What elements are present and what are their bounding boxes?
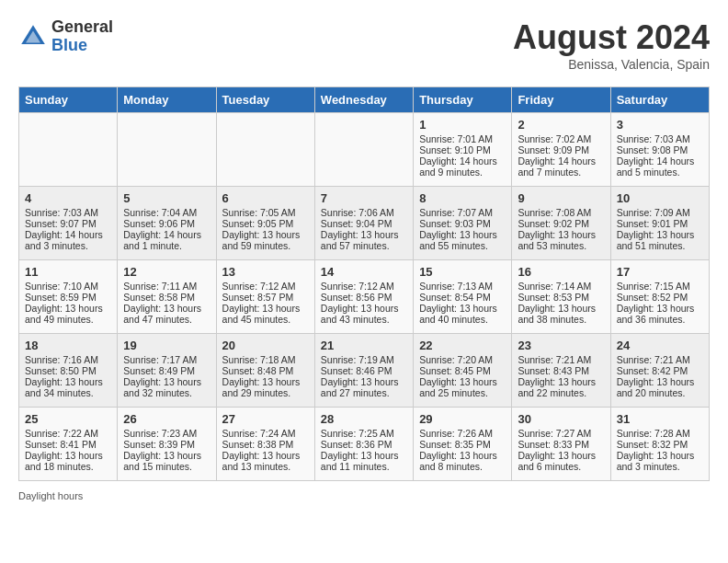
day-number: 22	[419, 339, 506, 352]
calendar-day-cell: 2Sunrise: 7:02 AMSunset: 9:09 PMDaylight…	[512, 113, 610, 187]
daylight-text: Daylight: 14 hours and 9 minutes.	[419, 155, 506, 178]
calendar-day-cell: 28Sunrise: 7:25 AMSunset: 8:36 PMDayligh…	[314, 408, 413, 481]
logo: General Blue	[18, 18, 113, 55]
sunset-text: Sunset: 8:42 PM	[617, 365, 703, 376]
calendar-day-cell: 11Sunrise: 7:10 AMSunset: 8:59 PMDayligh…	[19, 260, 118, 334]
title-block: August 2024 Benissa, Valencia, Spain	[513, 18, 710, 72]
sunset-text: Sunset: 8:41 PM	[25, 439, 111, 450]
sunset-text: Sunset: 8:58 PM	[123, 292, 210, 303]
sunset-text: Sunset: 9:03 PM	[419, 218, 506, 229]
sunrise-text: Sunrise: 7:08 AM	[518, 207, 604, 218]
footer-note: Daylight hours	[18, 490, 710, 501]
daylight-text: Daylight: 14 hours and 1 minute.	[123, 229, 210, 251]
logo-text: General Blue	[51, 18, 113, 55]
sunset-text: Sunset: 9:01 PM	[617, 218, 703, 229]
day-number: 25	[25, 412, 111, 426]
day-number: 28	[321, 412, 407, 426]
daylight-text: Daylight: 13 hours and 38 minutes.	[518, 303, 604, 325]
day-number: 6	[222, 191, 309, 205]
sunrise-text: Sunrise: 7:12 AM	[222, 281, 309, 292]
day-number: 20	[222, 339, 309, 352]
daylight-text: Daylight: 13 hours and 55 minutes.	[419, 229, 506, 251]
day-number: 2	[518, 118, 604, 132]
month-year: August 2024	[513, 18, 710, 57]
calendar-day-header: Friday	[512, 87, 610, 113]
day-number: 26	[123, 412, 210, 426]
daylight-text: Daylight: 14 hours and 3 minutes.	[25, 229, 111, 251]
daylight-text: Daylight: 13 hours and 47 minutes.	[123, 303, 210, 325]
day-number: 15	[419, 265, 506, 279]
sunrise-text: Sunrise: 7:18 AM	[222, 354, 309, 365]
calendar-day-cell: 26Sunrise: 7:23 AMSunset: 8:39 PMDayligh…	[118, 408, 216, 481]
sunset-text: Sunset: 8:52 PM	[617, 292, 703, 303]
sunset-text: Sunset: 8:53 PM	[518, 292, 604, 303]
daylight-text: Daylight: 13 hours and 11 minutes.	[321, 450, 407, 472]
daylight-text: Daylight: 13 hours and 34 minutes.	[25, 376, 111, 398]
calendar-day-header: Sunday	[19, 87, 118, 113]
calendar-day-cell: 12Sunrise: 7:11 AMSunset: 8:58 PMDayligh…	[118, 260, 216, 334]
day-number: 14	[321, 265, 407, 279]
logo-general-text: General	[51, 18, 113, 37]
calendar-day-cell	[314, 113, 413, 187]
sunset-text: Sunset: 8:50 PM	[25, 365, 111, 376]
calendar-table: SundayMondayTuesdayWednesdayThursdayFrid…	[18, 86, 710, 481]
sunset-text: Sunset: 9:06 PM	[123, 218, 210, 229]
calendar-day-cell: 27Sunrise: 7:24 AMSunset: 8:38 PMDayligh…	[216, 408, 314, 481]
daylight-text: Daylight: 13 hours and 22 minutes.	[518, 376, 604, 398]
calendar-day-cell	[118, 113, 216, 187]
calendar-week-row: 11Sunrise: 7:10 AMSunset: 8:59 PMDayligh…	[19, 260, 710, 334]
day-number: 5	[123, 191, 210, 205]
calendar-day-cell: 15Sunrise: 7:13 AMSunset: 8:54 PMDayligh…	[414, 260, 512, 334]
day-number: 12	[123, 265, 210, 279]
calendar-day-cell: 10Sunrise: 7:09 AMSunset: 9:01 PMDayligh…	[610, 187, 709, 260]
logo-blue-text: Blue	[51, 37, 113, 55]
logo-icon	[18, 22, 48, 52]
calendar-day-header: Saturday	[610, 87, 709, 113]
day-number: 16	[518, 265, 604, 279]
sunrise-text: Sunrise: 7:05 AM	[222, 207, 309, 218]
daylight-text: Daylight: 13 hours and 43 minutes.	[321, 303, 407, 325]
sunrise-text: Sunrise: 7:09 AM	[617, 207, 703, 218]
sunrise-text: Sunrise: 7:07 AM	[419, 207, 506, 218]
daylight-text: Daylight: 13 hours and 49 minutes.	[25, 303, 111, 325]
sunset-text: Sunset: 8:45 PM	[419, 365, 506, 376]
calendar-day-cell: 23Sunrise: 7:21 AMSunset: 8:43 PMDayligh…	[512, 334, 610, 408]
calendar-day-cell: 6Sunrise: 7:05 AMSunset: 9:05 PMDaylight…	[216, 187, 314, 260]
calendar-day-header: Wednesday	[314, 87, 413, 113]
sunrise-text: Sunrise: 7:22 AM	[25, 428, 111, 439]
calendar-day-cell: 13Sunrise: 7:12 AMSunset: 8:57 PMDayligh…	[216, 260, 314, 334]
sunrise-text: Sunrise: 7:17 AM	[123, 354, 210, 365]
sunrise-text: Sunrise: 7:21 AM	[617, 354, 703, 365]
daylight-text: Daylight: 13 hours and 32 minutes.	[123, 376, 210, 398]
sunset-text: Sunset: 9:02 PM	[518, 218, 604, 229]
sunset-text: Sunset: 8:54 PM	[419, 292, 506, 303]
day-number: 31	[617, 412, 703, 426]
sunset-text: Sunset: 8:43 PM	[518, 365, 604, 376]
calendar-day-cell: 24Sunrise: 7:21 AMSunset: 8:42 PMDayligh…	[610, 334, 709, 408]
calendar-day-cell: 16Sunrise: 7:14 AMSunset: 8:53 PMDayligh…	[512, 260, 610, 334]
sunset-text: Sunset: 9:05 PM	[222, 218, 309, 229]
daylight-text: Daylight: 13 hours and 6 minutes.	[518, 450, 604, 472]
daylight-text: Daylight: 13 hours and 36 minutes.	[617, 303, 703, 325]
daylight-text: Daylight: 13 hours and 51 minutes.	[617, 229, 703, 251]
day-number: 23	[518, 339, 604, 352]
daylight-text: Daylight: 13 hours and 53 minutes.	[518, 229, 604, 251]
calendar-day-cell: 31Sunrise: 7:28 AMSunset: 8:32 PMDayligh…	[610, 408, 709, 481]
calendar-day-cell: 30Sunrise: 7:27 AMSunset: 8:33 PMDayligh…	[512, 408, 610, 481]
calendar-day-cell: 7Sunrise: 7:06 AMSunset: 9:04 PMDaylight…	[314, 187, 413, 260]
daylight-text: Daylight: 13 hours and 59 minutes.	[222, 229, 309, 251]
calendar-day-cell: 1Sunrise: 7:01 AMSunset: 9:10 PMDaylight…	[414, 113, 512, 187]
calendar-day-cell: 8Sunrise: 7:07 AMSunset: 9:03 PMDaylight…	[414, 187, 512, 260]
page-header: General Blue August 2024 Benissa, Valenc…	[18, 18, 710, 72]
sunrise-text: Sunrise: 7:23 AM	[123, 428, 210, 439]
day-number: 7	[321, 191, 407, 205]
calendar-day-cell	[19, 113, 118, 187]
sunset-text: Sunset: 8:33 PM	[518, 439, 604, 450]
sunrise-text: Sunrise: 7:10 AM	[25, 281, 111, 292]
daylight-text: Daylight: 13 hours and 13 minutes.	[222, 450, 309, 472]
daylight-note: Daylight hours	[18, 490, 83, 501]
sunset-text: Sunset: 8:38 PM	[222, 439, 309, 450]
calendar-day-header: Thursday	[414, 87, 512, 113]
daylight-text: Daylight: 13 hours and 40 minutes.	[419, 303, 506, 325]
sunset-text: Sunset: 8:39 PM	[123, 439, 210, 450]
